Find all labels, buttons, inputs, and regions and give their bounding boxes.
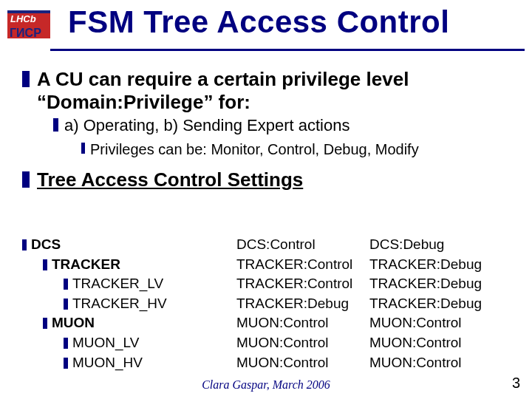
- tree-label: TRACKER: [52, 256, 120, 272]
- cell: TRACKER:Control: [236, 274, 369, 294]
- svg-text:ГИСР: ГИСР: [10, 27, 41, 39]
- slide: LHCb ГИСР FSM Tree Access Control A CU c…: [0, 0, 532, 399]
- tree-column: DCS TRACKER TRACKER_LV TRACKER_HV MUON M…: [22, 235, 236, 372]
- bullet-icon: [81, 143, 85, 154]
- col-expert: DCS:Debug TRACKER:Debug TRACKER:Debug TR…: [369, 235, 502, 372]
- bullet-1-sub: a) Operating, b) Sending Expert actions: [53, 116, 525, 135]
- tree-row: TRACKER_LV: [64, 274, 236, 294]
- bullet-icon: [64, 299, 68, 310]
- bullet-icon: [64, 358, 68, 369]
- tree-label: DCS: [31, 236, 61, 252]
- bullet-icon: [64, 338, 68, 349]
- cell: MUON:Control: [236, 333, 369, 353]
- access-control-table: DCS TRACKER TRACKER_LV TRACKER_HV MUON M…: [22, 235, 525, 372]
- cell: DCS:Control: [236, 235, 369, 255]
- bullet-1-sub-text: a) Operating, b) Sending Expert actions: [64, 116, 349, 134]
- bullet-icon: [43, 318, 47, 329]
- heading-2-text: Tree Access Control Settings: [37, 168, 303, 191]
- tree-label: MUON_HV: [72, 355, 143, 370]
- tree-label: TRACKER_LV: [72, 276, 163, 291]
- slide-body: A CU can require a certain privilege lev…: [22, 66, 525, 192]
- cell: MUON:Control: [369, 353, 502, 373]
- bullet-icon: [22, 171, 30, 188]
- tree-row: MUON: [43, 313, 236, 333]
- tree-row: MUON_LV: [64, 333, 236, 353]
- bullet-1-subsub: Privileges can be: Monitor, Control, Deb…: [81, 140, 525, 158]
- bullet-icon: [43, 259, 47, 270]
- bullet-1-subsub-text: Privileges can be: Monitor, Control, Deb…: [90, 141, 419, 157]
- cell: MUON:Control: [369, 313, 502, 333]
- tree-label: TRACKER_HV: [72, 296, 167, 311]
- tree-row: DCS: [22, 235, 236, 255]
- cell: TRACKER:Debug: [236, 294, 369, 314]
- cell: TRACKER:Debug: [369, 274, 502, 294]
- bullet-1: A CU can require a certain privilege lev…: [22, 68, 525, 113]
- cell: MUON:Control: [369, 333, 502, 353]
- cell: DCS:Debug: [369, 235, 502, 255]
- tree-row: MUON_HV: [64, 353, 236, 373]
- bullet-icon: [22, 71, 30, 87]
- bullet-1-text-line2: “Domain:Privilege” for:: [37, 91, 250, 113]
- bullet-icon: [53, 118, 58, 132]
- page-number: 3: [512, 375, 520, 392]
- cell: MUON:Control: [236, 353, 369, 373]
- svg-text:LHCb: LHCb: [10, 13, 36, 24]
- cell: TRACKER:Debug: [369, 294, 502, 314]
- cell: TRACKER:Control: [236, 255, 369, 275]
- bullet-1-text-line1: A CU can require a certain privilege lev…: [37, 68, 409, 90]
- lhcb-logo: LHCb ГИСР: [7, 7, 50, 44]
- title-underline: [50, 49, 525, 51]
- cell: TRACKER:Debug: [369, 255, 502, 275]
- tree-label: MUON_LV: [72, 335, 139, 350]
- tree-label: MUON: [52, 315, 95, 330]
- bullet-icon: [64, 279, 68, 290]
- slide-title: FSM Tree Access Control: [68, 4, 449, 40]
- footer-author-date: Clara Gaspar, March 2006: [0, 378, 532, 392]
- tree-row: TRACKER: [43, 255, 236, 275]
- bullet-icon: [22, 239, 27, 250]
- col-operate: DCS:Control TRACKER:Control TRACKER:Cont…: [236, 235, 369, 372]
- cell: MUON:Control: [236, 313, 369, 333]
- tree-row: TRACKER_HV: [64, 294, 236, 314]
- heading-2: Tree Access Control Settings: [22, 168, 525, 191]
